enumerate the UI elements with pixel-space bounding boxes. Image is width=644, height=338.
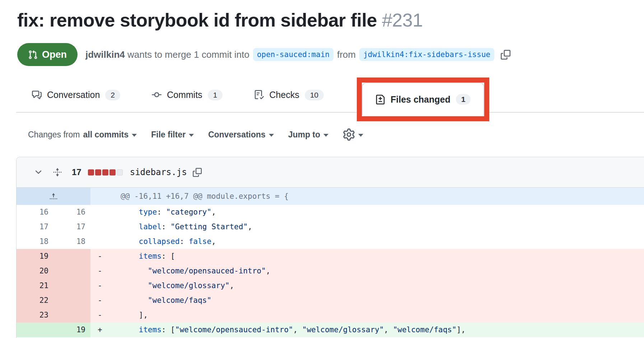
old-line-number[interactable]: 17: [17, 220, 53, 234]
code-line: - "welcome/faqs": [90, 293, 644, 308]
expand-up-icon: [49, 192, 58, 201]
chevron-down-icon: [34, 168, 43, 177]
caret-down-icon: [132, 134, 137, 137]
old-line-number[interactable]: 18: [17, 234, 53, 249]
pr-files-changed-page: fix: remove storybook id from sidebar fi…: [0, 0, 644, 338]
pr-author: jdwilkin4: [85, 49, 125, 60]
new-line-number[interactable]: [53, 308, 90, 323]
file-diff-icon: [375, 95, 385, 104]
new-line-number[interactable]: 18: [53, 234, 90, 249]
page-title: fix: remove storybook id from sidebar fi…: [17, 9, 423, 31]
old-line-number[interactable]: 20: [17, 264, 53, 278]
tab-label: Commits: [167, 90, 202, 100]
unfold-vertical-icon: [52, 167, 62, 177]
hunk-header-row: @@ -16,11 +16,7 @@ module.exports = {: [17, 188, 644, 205]
old-line-number[interactable]: 21: [17, 278, 53, 293]
diff-context-row: 1717 label: "Getting Started",: [17, 220, 644, 234]
old-line-number[interactable]: 19: [17, 249, 53, 264]
old-line-number[interactable]: 22: [17, 293, 53, 308]
file-name-link[interactable]: sidebars.js: [130, 167, 187, 177]
diffstat-red-square: [109, 169, 116, 175]
diff-marker: -: [98, 249, 102, 264]
copy-branch-button[interactable]: [501, 50, 510, 60]
tab-counter: 10: [305, 90, 324, 100]
pr-number: #231: [382, 10, 423, 30]
caret-down-icon: [269, 134, 274, 137]
pr-title-text: fix: remove storybook id from sidebar fi…: [17, 10, 377, 30]
changes-from-value: all commits: [83, 130, 129, 140]
new-line-number[interactable]: 19: [53, 323, 90, 337]
diff-settings-dropdown[interactable]: [343, 128, 363, 141]
gear-icon: [343, 128, 355, 141]
tab-conversation[interactable]: Conversation 2: [16, 79, 136, 112]
tab-counter: 2: [105, 90, 120, 100]
git-commit-icon: [152, 90, 162, 100]
conversations-dropdown[interactable]: Conversations: [208, 130, 274, 140]
tab-label: Files changed: [391, 94, 451, 105]
new-line-number[interactable]: [53, 278, 90, 293]
file-header: 17 sidebars.js: [17, 157, 644, 188]
tab-files-changed[interactable]: Files changed 1: [362, 83, 484, 116]
pr-tabnav: Conversation 2 Commits 1 Checks 10 Files…: [16, 78, 644, 113]
diff-add-row: 19+ items: ["welcome/opensauced-intro", …: [17, 323, 644, 337]
caret-down-icon: [358, 134, 363, 137]
tab-counter: 1: [208, 90, 223, 100]
diffstat-squares: [88, 169, 123, 175]
diff-del-row: 23- ],: [17, 308, 644, 323]
collapse-file-button[interactable]: [34, 168, 43, 177]
diff-del-row: 19- items: [: [17, 249, 644, 264]
diff-marker: -: [98, 293, 102, 308]
expand-hunk-up-button[interactable]: [17, 188, 90, 205]
pr-meta-row: Open jdwilkin4 wants to merge 1 commit i…: [17, 43, 510, 66]
comment-discussion-icon: [32, 90, 42, 100]
old-line-number[interactable]: 23: [17, 308, 53, 323]
code-line: type: "category",: [90, 205, 644, 220]
diffstat-red-square: [102, 169, 108, 175]
diff-context-row: 1818 collapsed: false,: [17, 234, 644, 249]
tab-label: Checks: [269, 90, 299, 100]
from-word: from: [337, 49, 356, 60]
expand-all-diff-button[interactable]: [52, 167, 62, 177]
file-filter-dropdown[interactable]: File filter: [151, 130, 194, 140]
code-line: + items: ["welcome/opensauced-intro", "w…: [90, 323, 644, 337]
copy-file-path-button[interactable]: [193, 168, 202, 177]
caret-down-icon: [323, 134, 328, 137]
code-line: - ],: [90, 308, 644, 323]
diff-marker: -: [98, 278, 102, 293]
diff-marker: +: [98, 323, 102, 337]
file-changes-count: 17: [72, 167, 81, 177]
pr-action-text: wants to merge 1 commit into: [125, 49, 249, 60]
diff-marker: -: [98, 264, 102, 278]
code-line: - "welcome/glossary",: [90, 278, 644, 293]
new-line-number[interactable]: [53, 264, 90, 278]
new-line-number[interactable]: 17: [53, 220, 90, 234]
tab-label: Conversation: [47, 90, 100, 100]
diff-rows: @@ -16,11 +16,7 @@ module.exports = {161…: [17, 188, 644, 337]
code-line: - items: [: [90, 249, 644, 264]
jump-to-dropdown[interactable]: Jump to: [288, 130, 328, 140]
new-line-number[interactable]: [53, 293, 90, 308]
file-diff-panel: 17 sidebars.js @@ -16,11 +16,7 @@ module…: [16, 157, 644, 338]
diffstat-red-square: [95, 169, 101, 175]
tab-commits[interactable]: Commits 1: [136, 79, 238, 112]
new-line-number[interactable]: 16: [53, 205, 90, 220]
changes-from-prefix: Changes from: [28, 130, 80, 140]
diff-context-row: 1616 type: "category",: [17, 205, 644, 220]
changes-from-dropdown[interactable]: Changes from all commits: [28, 130, 137, 140]
old-line-number[interactable]: [17, 323, 53, 337]
code-line: - "welcome/opensauced-intro",: [90, 264, 644, 278]
copy-icon: [501, 50, 510, 60]
tab-counter: 1: [456, 94, 471, 105]
checklist-icon: [254, 90, 264, 100]
base-branch-label: open-sauced:main: [253, 48, 333, 61]
diff-marker: -: [98, 308, 102, 323]
diff-del-row: 22- "welcome/faqs": [17, 293, 644, 308]
diff-del-row: 21- "welcome/glossary",: [17, 278, 644, 293]
head-branch-label: jdwilkin4:fix-sidebars-issue: [359, 48, 494, 61]
old-line-number[interactable]: 16: [17, 205, 53, 220]
diffstat-neutral-square: [117, 169, 123, 175]
diff-del-row: 20- "welcome/opensauced-intro",: [17, 264, 644, 278]
tab-checks[interactable]: Checks 10: [238, 79, 340, 112]
code-line: label: "Getting Started",: [90, 220, 644, 234]
new-line-number[interactable]: [53, 249, 90, 264]
